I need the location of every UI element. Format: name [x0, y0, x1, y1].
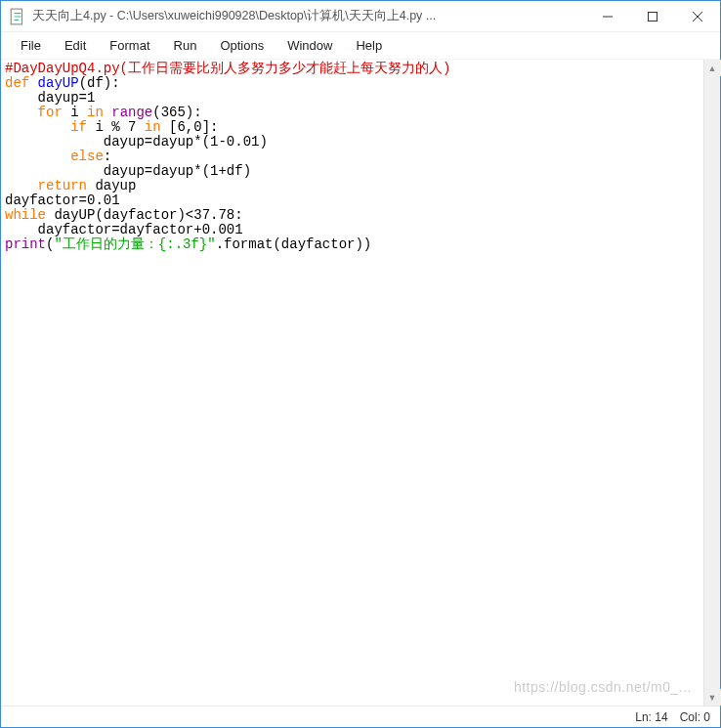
kw-if: if	[5, 119, 87, 135]
code-text: dayfactor=0.01	[5, 193, 120, 208]
code-text: dayup	[87, 178, 136, 193]
kw-in: in	[145, 119, 161, 135]
vertical-scrollbar[interactable]: ▲ ▼	[703, 60, 720, 706]
minimize-button[interactable]	[585, 1, 630, 31]
kw-def: def	[5, 75, 29, 91]
code-text: i % 7	[87, 119, 145, 135]
kw-else: else	[5, 149, 104, 164]
menu-edit[interactable]: Edit	[53, 34, 98, 57]
maximize-button[interactable]	[630, 1, 675, 31]
code-text: dayup=dayup*(1+df)	[5, 163, 251, 179]
window: 天天向上4.py - C:\Users\xuweichi990928\Deskt…	[0, 0, 721, 728]
menu-window[interactable]: Window	[276, 34, 344, 57]
window-controls	[585, 1, 720, 31]
code-text: [6,0]:	[161, 119, 219, 135]
code-text: dayUP(dayfactor)<37.78:	[46, 207, 243, 223]
code-text: .format(dayfactor))	[216, 236, 372, 252]
code-editor[interactable]: #DayDayUpQ4.py(工作日需要比别人多努力多少才能赶上每天努力的人) …	[1, 60, 703, 706]
code-text	[104, 105, 111, 120]
scroll-down-arrow-icon[interactable]: ▼	[704, 689, 721, 706]
scroll-up-arrow-icon[interactable]: ▲	[704, 60, 721, 76]
fn-name: dayUP	[29, 75, 78, 91]
code-text: dayup=dayup*(1-0.01)	[5, 134, 268, 150]
status-col: Col: 0	[674, 710, 716, 724]
code-text: (365):	[152, 105, 201, 120]
kw-for: for	[5, 105, 63, 120]
python-file-icon	[9, 8, 26, 25]
code-text: (df):	[79, 75, 120, 91]
code-text: dayup=1	[5, 90, 95, 106]
menu-file[interactable]: File	[9, 34, 53, 57]
close-button[interactable]	[675, 1, 720, 31]
window-title: 天天向上4.py - C:\Users\xuweichi990928\Deskt…	[32, 8, 585, 24]
svg-rect-2	[649, 12, 657, 21]
menu-options[interactable]: Options	[208, 34, 276, 57]
code-text: dayfactor=dayfactor+0.001	[5, 222, 243, 237]
editor-wrap: #DayDayUpQ4.py(工作日需要比别人多努力多少才能赶上每天努力的人) …	[1, 60, 720, 706]
kw-return: return	[5, 178, 87, 193]
menu-run[interactable]: Run	[162, 34, 209, 57]
menubar: File Edit Format Run Options Window Help	[1, 32, 720, 60]
statusbar: Ln: 14 Col: 0	[1, 706, 720, 727]
kw-in: in	[87, 105, 104, 120]
menu-format[interactable]: Format	[98, 34, 161, 57]
status-ln: Ln: 14	[629, 710, 673, 724]
string-literal: "工作日的力量：{:.3f}"	[54, 236, 215, 252]
code-text: i	[63, 105, 87, 120]
code-comment: #DayDayUpQ4.py(工作日需要比别人多努力多少才能赶上每天努力的人)	[5, 61, 450, 76]
titlebar: 天天向上4.py - C:\Users\xuweichi990928\Deskt…	[1, 1, 720, 32]
code-text: :	[104, 149, 111, 164]
menu-help[interactable]: Help	[344, 34, 394, 57]
builtin-range: range	[111, 105, 152, 120]
kw-while: while	[5, 207, 46, 223]
builtin-print: print	[5, 236, 46, 252]
